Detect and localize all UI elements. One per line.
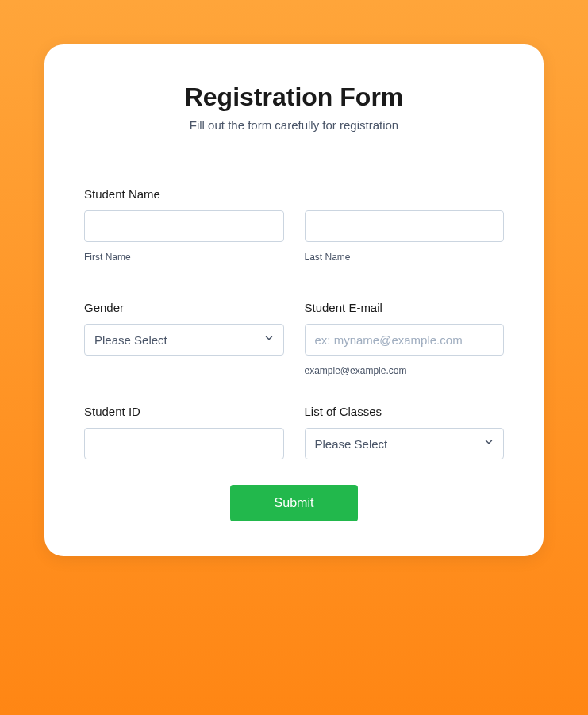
classes-label: List of Classes xyxy=(305,405,505,418)
student-name-label: Student Name xyxy=(84,187,504,201)
student-id-field: Student ID xyxy=(84,405,284,459)
email-sublabel: example@example.com xyxy=(305,365,505,376)
form-title: Registration Form xyxy=(84,83,504,112)
student-name-group: Student Name First Name Last Name xyxy=(84,187,504,263)
registration-card: Registration Form Fill out the form care… xyxy=(44,44,544,556)
form-subtitle: Fill out the form carefully for registra… xyxy=(84,118,504,132)
classes-field: List of Classes Please Select xyxy=(305,405,505,459)
gender-email-row: Gender Please Select Student E-mail exam… xyxy=(84,301,504,376)
last-name-input[interactable] xyxy=(305,210,505,242)
submit-button[interactable]: Submit xyxy=(230,485,359,521)
classes-select[interactable]: Please Select xyxy=(305,428,505,459)
gender-select-wrap: Please Select xyxy=(84,324,284,356)
first-name-col: First Name xyxy=(84,210,284,263)
email-input[interactable] xyxy=(305,324,505,356)
name-inputs-row: First Name Last Name xyxy=(84,210,504,263)
gender-label: Gender xyxy=(84,301,284,314)
first-name-sublabel: First Name xyxy=(84,252,284,263)
student-id-input[interactable] xyxy=(84,428,284,459)
email-label: Student E-mail xyxy=(305,301,505,314)
last-name-col: Last Name xyxy=(305,210,505,263)
student-id-label: Student ID xyxy=(84,405,284,418)
form-header: Registration Form Fill out the form care… xyxy=(84,83,504,132)
gender-select[interactable]: Please Select xyxy=(84,324,284,356)
id-classes-row: Student ID List of Classes Please Select xyxy=(84,405,504,459)
last-name-sublabel: Last Name xyxy=(305,252,505,263)
first-name-input[interactable] xyxy=(84,210,284,242)
gender-field: Gender Please Select xyxy=(84,301,284,376)
submit-wrap: Submit xyxy=(84,485,504,521)
classes-select-wrap: Please Select xyxy=(305,428,505,459)
email-field: Student E-mail example@example.com xyxy=(305,301,505,376)
